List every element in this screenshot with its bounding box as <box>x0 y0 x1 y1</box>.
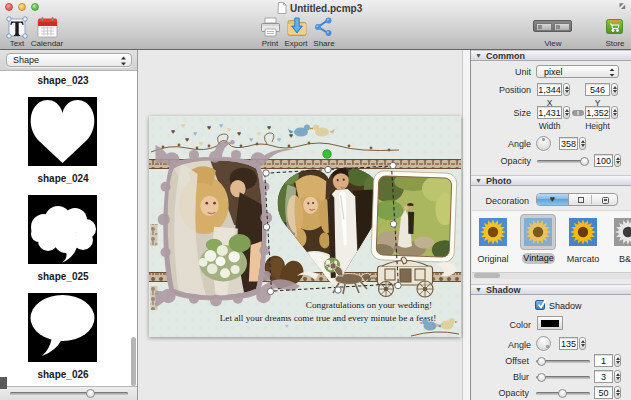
svg-text:♥: ♥ <box>249 136 253 143</box>
svg-text:♥: ♥ <box>199 140 203 147</box>
svg-text:♥: ♥ <box>267 124 271 131</box>
svg-text:♥: ♥ <box>207 124 211 131</box>
svg-text:♥: ♥ <box>181 122 185 129</box>
svg-text:♥: ♥ <box>219 122 223 129</box>
svg-text:Let all your dreams come true: Let all your dreams come true and every … <box>220 313 437 323</box>
svg-text:♥: ♥ <box>193 130 197 137</box>
svg-text:♥: ♥ <box>185 136 189 143</box>
svg-text:♥: ♥ <box>285 323 289 329</box>
svg-text:Congratulations on your weddin: Congratulations on your wedding! <box>306 300 432 310</box>
svg-text:♥: ♥ <box>227 126 231 133</box>
svg-text:♥: ♥ <box>171 128 175 135</box>
svg-text:♥: ♥ <box>257 130 261 137</box>
svg-text:♥: ♥ <box>237 130 241 137</box>
svg-text:♥: ♥ <box>277 136 281 143</box>
